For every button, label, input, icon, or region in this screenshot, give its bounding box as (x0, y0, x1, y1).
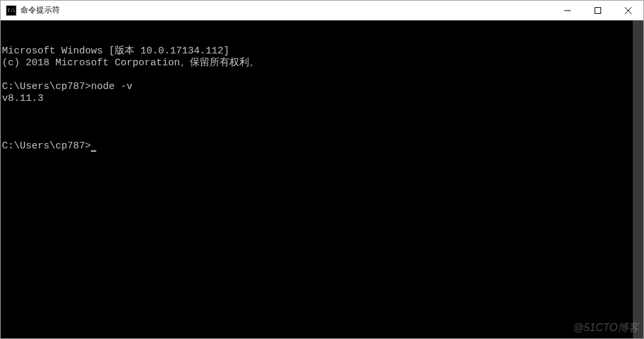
titlebar[interactable]: C:\ 命令提示符 (1, 1, 643, 20)
close-icon (625, 7, 631, 14)
cursor-icon (91, 150, 96, 152)
scrollbar-thumb[interactable] (633, 20, 643, 338)
app-icon: C:\ (6, 5, 16, 16)
terminal-line: v8.11.3 (2, 93, 643, 105)
maximize-button[interactable] (583, 1, 613, 20)
command-prompt-window: C:\ 命令提示符 Microsoft Windows [版本 10.0.171… (0, 0, 644, 339)
terminal-line (2, 105, 643, 117)
terminal-line: Microsoft Windows [版本 10.0.17134.112] (2, 46, 643, 57)
scrollbar[interactable] (633, 20, 643, 338)
terminal-output[interactable]: Microsoft Windows [版本 10.0.17134.112](c)… (1, 20, 643, 338)
minimize-button[interactable] (552, 1, 583, 20)
terminal-prompt-line: C:\Users\cp787> (2, 140, 643, 152)
minimize-icon (564, 7, 571, 14)
terminal-line: (c) 2018 Microsoft Corporation。保留所有权利。 (2, 57, 643, 69)
window-title: 命令提示符 (20, 5, 552, 16)
close-button[interactable] (613, 1, 643, 20)
maximize-icon (595, 7, 601, 14)
terminal-line: C:\Users\cp787>node -v (2, 81, 643, 93)
svg-rect-1 (595, 7, 601, 13)
terminal-line (2, 69, 643, 81)
terminal-prompt: C:\Users\cp787> (2, 140, 91, 152)
window-controls (552, 1, 643, 20)
